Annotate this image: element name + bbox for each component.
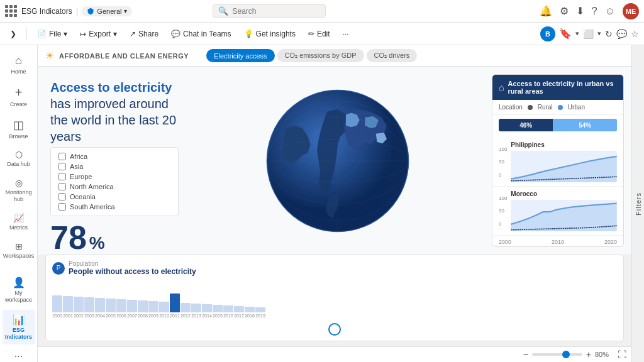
zoom-slider[interactable] xyxy=(532,353,582,356)
checkbox-europe[interactable]: Europe xyxy=(58,173,170,180)
insights-icon: 💡 xyxy=(244,30,253,38)
checkbox-northamerica-input[interactable] xyxy=(58,183,66,190)
fullscreen-icon[interactable]: ⛶ xyxy=(618,349,626,359)
edit-button[interactable]: ✏ Edit xyxy=(303,27,335,41)
location-label: Location xyxy=(499,104,523,111)
avatar[interactable]: ME xyxy=(623,3,639,19)
more-icon: ··· xyxy=(14,351,23,362)
sidebar-myworkspace-label: My workspace xyxy=(5,290,33,304)
share-button[interactable]: ↗ Share xyxy=(125,27,164,41)
search-box[interactable]: 🔍 xyxy=(213,4,326,18)
timeline-scrubber[interactable] xyxy=(328,323,341,336)
help-icon[interactable]: ? xyxy=(592,6,597,17)
workspace-badge[interactable]: General ▾ xyxy=(82,6,132,16)
stat-area: 78 % xyxy=(50,221,179,254)
sidebar-item-esg[interactable]: 📊 ESG Indicators xyxy=(3,310,35,344)
sidebar-item-myworkspace[interactable]: 👤 My workspace xyxy=(3,273,35,307)
app-grid-icon[interactable] xyxy=(5,5,18,18)
collapse-button[interactable]: ❯ xyxy=(5,27,21,41)
share-label: Share xyxy=(138,30,158,38)
insights-button[interactable]: 💡 Get insights xyxy=(239,27,301,41)
sidebar-create-label: Create xyxy=(10,101,27,108)
filters-tab[interactable]: Filters xyxy=(631,45,644,362)
checkbox-southamerica-input[interactable] xyxy=(58,203,66,211)
checkbox-africa[interactable]: Africa xyxy=(58,153,170,160)
sun-icon: ☀ xyxy=(45,50,54,62)
datahub-icon: ⬡ xyxy=(15,150,23,160)
tab-co2-gdp[interactable]: CO₂ emissions by GDP xyxy=(277,49,364,62)
bar-2017 xyxy=(234,306,244,312)
bar-2019 xyxy=(255,307,265,312)
bar-2012 xyxy=(180,303,191,312)
chat-label: Chat in Teams xyxy=(183,30,231,38)
bar-2010 xyxy=(159,302,169,312)
file-icon: 📄 xyxy=(37,30,47,38)
split-bar: 46% 54% xyxy=(499,119,617,131)
year-labels-row: 2000 2001 2002 2003 2004 2005 2006 2007 … xyxy=(52,314,617,318)
download-icon[interactable]: ⬇ xyxy=(576,5,584,17)
house-icon: ⌂ xyxy=(499,82,504,92)
population-chart: P Population People without access to el… xyxy=(45,255,624,341)
zoom-plus-icon[interactable]: + xyxy=(586,349,591,359)
shield-icon xyxy=(87,8,94,15)
southamerica-label: South America xyxy=(70,203,115,211)
bar-2001 xyxy=(63,296,73,312)
export-label: Export xyxy=(89,30,111,38)
chat-button[interactable]: 💬 Chat in Teams xyxy=(166,27,236,41)
comment-icon[interactable]: 💬 xyxy=(616,29,627,39)
zoom-minus-icon[interactable]: − xyxy=(523,349,528,359)
file-button[interactable]: 📄 File ▾ xyxy=(32,27,72,41)
more-button[interactable]: ··· xyxy=(338,27,354,41)
sidebar-item-workspaces[interactable]: ⊞ Workspaces xyxy=(3,238,35,263)
bar-2007 xyxy=(127,300,137,312)
pop-label: Population xyxy=(69,260,196,267)
more-label: ··· xyxy=(343,30,349,38)
sidebar-item-more[interactable]: ··· More... xyxy=(3,347,35,362)
sidebar-item-metrics[interactable]: 📈 Metrics xyxy=(3,209,35,235)
checkbox-oceania[interactable]: Oceania xyxy=(58,193,170,200)
checkbox-africa-input[interactable] xyxy=(58,153,66,160)
location-row: Location Rural Urban xyxy=(492,100,623,115)
time-axis: 2000 2010 2020 xyxy=(492,238,623,246)
esg-icon: 📊 xyxy=(13,314,25,326)
right-column: ⌂ Access to electricity in urban vs rura… xyxy=(492,74,624,247)
checkbox-oceania-input[interactable] xyxy=(58,193,66,200)
layout-icon[interactable]: ⬜ xyxy=(583,29,594,39)
checkbox-asia-input[interactable] xyxy=(58,163,66,170)
sidebar-esg-label: ESG Indicators xyxy=(5,327,33,341)
morocco-chart xyxy=(511,200,617,231)
checkbox-europe-input[interactable] xyxy=(58,173,66,180)
export-button[interactable]: ↦ Export ▾ xyxy=(75,27,122,41)
right-panel-title: Access to electricity in urban vs rural … xyxy=(508,80,617,95)
right-panel: ⌂ Access to electricity in urban vs rura… xyxy=(492,74,624,247)
checkbox-north-america[interactable]: North America xyxy=(58,183,170,190)
checkbox-south-america[interactable]: South America xyxy=(58,203,170,211)
sidebar: ⌂ Home + Create ◫ Browse ⬡ Data hub ◎ Mo… xyxy=(0,45,38,362)
sidebar-datahub-label: Data hub xyxy=(7,161,30,168)
zoom-thumb[interactable] xyxy=(562,351,570,358)
sidebar-metrics-label: Metrics xyxy=(9,224,28,231)
bookmark-icon[interactable]: 🔖 xyxy=(559,28,572,40)
sidebar-monitoring-label: Monitoring hub xyxy=(5,189,33,203)
sidebar-item-browse[interactable]: ◫ Browse xyxy=(3,114,35,144)
tab-co2-drivers[interactable]: CO₂ drivers xyxy=(367,49,418,62)
report-header: ☀ AFFORDABLE AND CLEAN ENERGY Electricit… xyxy=(38,45,631,67)
divider xyxy=(26,28,27,40)
sidebar-item-home[interactable]: ⌂ Home xyxy=(3,50,35,79)
emoji-icon[interactable]: ☺ xyxy=(605,6,615,17)
chevron-down-icon: ▾ xyxy=(124,8,127,14)
europe-label: Europe xyxy=(70,173,92,180)
star-icon[interactable]: ☆ xyxy=(631,29,639,39)
sidebar-item-create[interactable]: + Create xyxy=(3,82,35,112)
refresh-icon[interactable]: ↻ xyxy=(605,29,613,39)
philippines-chart xyxy=(511,151,617,182)
sidebar-item-monitoring[interactable]: ◎ Monitoring hub xyxy=(3,174,35,207)
bell-icon[interactable]: 🔔 xyxy=(540,5,552,17)
checkbox-asia[interactable]: Asia xyxy=(58,163,170,170)
tab-electricity[interactable]: Electricity access xyxy=(206,49,274,62)
search-input[interactable] xyxy=(232,7,314,16)
report-area: ☀ AFFORDABLE AND CLEAN ENERGY Electricit… xyxy=(38,45,631,362)
gear-icon[interactable]: ⚙ xyxy=(560,5,569,17)
sidebar-item-datahub[interactable]: ⬡ Data hub xyxy=(3,146,35,172)
app-name-label: ESG Indicators xyxy=(21,7,72,16)
